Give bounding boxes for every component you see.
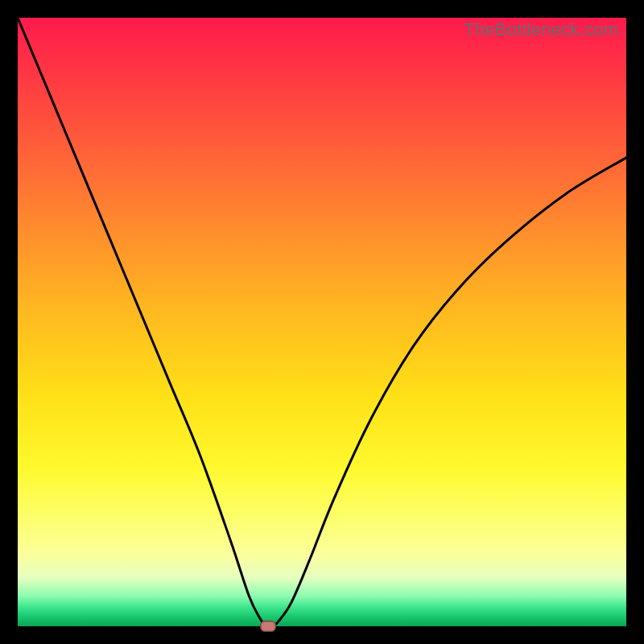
bottleneck-curve <box>18 18 626 626</box>
plot-area: TheBottleneck.com <box>18 18 626 626</box>
chart-frame: TheBottleneck.com <box>0 0 644 644</box>
min-marker <box>260 621 276 632</box>
curve-layer <box>18 18 626 626</box>
